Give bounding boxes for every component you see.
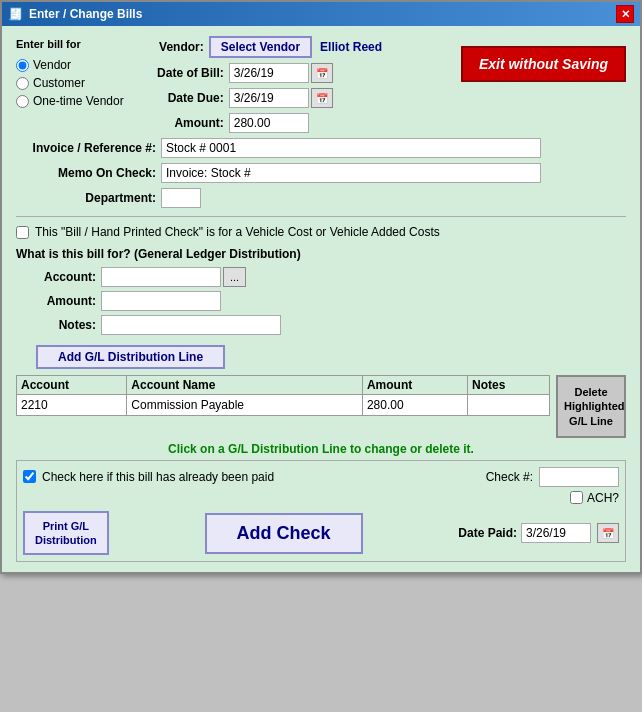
enter-bill-for-label: Enter bill for — [16, 38, 124, 50]
top-section: Enter bill for Vendor Customer One-time … — [16, 36, 626, 138]
paid-section: Check here if this bill has already been… — [16, 460, 626, 563]
delete-gl-button[interactable]: DeleteHighlightedG/L Line — [556, 375, 626, 438]
vehicle-cost-checkbox[interactable] — [16, 226, 29, 239]
date-of-bill-calendar[interactable]: 📅 — [311, 63, 333, 83]
radio-vendor[interactable]: Vendor — [16, 58, 124, 72]
gl-table: Account Account Name Amount Notes 2210Co… — [16, 375, 550, 416]
paid-checkbox[interactable] — [23, 470, 36, 483]
gl-col-account: Account — [17, 376, 127, 395]
select-vendor-button[interactable]: Select Vendor — [209, 36, 312, 58]
ach-checkbox[interactable] — [570, 491, 583, 504]
radio-vendor-input[interactable] — [16, 59, 29, 72]
gl-notes-label: Notes: — [36, 318, 96, 332]
date-due-row: Date Due: 📅 — [134, 88, 451, 108]
radio-one-time-input[interactable] — [16, 95, 29, 108]
amount-row: Amount: — [134, 113, 451, 133]
date-paid-label: Date Paid: — [458, 526, 517, 540]
radio-one-time[interactable]: One-time Vendor — [16, 94, 124, 108]
department-label: Department: — [16, 191, 156, 205]
radio-group: Enter bill for Vendor Customer One-time … — [16, 38, 124, 138]
date-paid-input[interactable] — [521, 523, 591, 543]
date-due-calendar[interactable]: 📅 — [311, 88, 333, 108]
gl-amount-label: Amount: — [36, 294, 96, 308]
amount-label: Amount: — [134, 116, 224, 130]
amount-input[interactable] — [229, 113, 309, 133]
vehicle-cost-row: This "Bill / Hand Printed Check" is for … — [16, 225, 626, 239]
radio-customer[interactable]: Customer — [16, 76, 124, 90]
invoice-input[interactable] — [161, 138, 541, 158]
check-hash-label: Check #: — [486, 470, 533, 484]
gl-account-label: Account: — [36, 270, 96, 284]
gl-amount-row: Amount: — [36, 291, 626, 311]
print-gl-button[interactable]: Print G/L Distribution — [23, 511, 109, 556]
main-window: 🧾 Enter / Change Bills ✕ Enter bill for … — [0, 0, 642, 574]
gl-notes-input[interactable] — [101, 315, 281, 335]
add-check-button[interactable]: Add Check — [205, 513, 363, 554]
gl-form: Account: ... Amount: Notes: — [36, 267, 626, 335]
vehicle-cost-label: This "Bill / Hand Printed Check" is for … — [35, 225, 440, 239]
date-due-input[interactable] — [229, 88, 309, 108]
gl-amount-input[interactable] — [101, 291, 221, 311]
gl-notes-row: Notes: — [36, 315, 626, 335]
invoice-row: Invoice / Reference #: — [16, 138, 626, 158]
vendor-row: Vendor: Select Vendor Elliot Reed — [134, 36, 451, 58]
gl-col-notes: Notes — [468, 376, 550, 395]
paid-right: Check #: — [486, 467, 619, 487]
window-icon: 🧾 — [8, 7, 23, 21]
date-of-bill-row: Date of Bill: 📅 — [134, 63, 451, 83]
paid-row: Check here if this bill has already been… — [23, 467, 619, 487]
gl-col-account-name: Account Name — [127, 376, 363, 395]
divider-1 — [16, 216, 626, 217]
exit-without-saving-button[interactable]: Exit without Saving — [461, 46, 626, 82]
title-bar: 🧾 Enter / Change Bills ✕ — [2, 2, 640, 26]
gl-table-container: Account Account Name Amount Notes 2210Co… — [16, 375, 626, 438]
memo-row: Memo On Check: — [16, 163, 626, 183]
date-paid-row: Date Paid: 📅 — [458, 523, 619, 543]
main-content: Enter bill for Vendor Customer One-time … — [2, 26, 640, 572]
ach-label: ACH? — [587, 491, 619, 505]
department-row: Department: — [16, 188, 626, 208]
paid-left: Check here if this bill has already been… — [23, 470, 274, 484]
action-row: Print G/L Distribution Add Check Date Pa… — [23, 511, 619, 556]
date-of-bill-label: Date of Bill: — [134, 66, 224, 80]
memo-label: Memo On Check: — [16, 166, 156, 180]
date-paid-calendar[interactable]: 📅 — [597, 523, 619, 543]
vendor-name: Elliot Reed — [320, 40, 382, 54]
gl-col-amount: Amount — [362, 376, 467, 395]
gl-note: Click on a G/L Distribution Line to chan… — [16, 442, 626, 456]
invoice-label: Invoice / Reference #: — [16, 141, 156, 155]
date-due-label: Date Due: — [134, 91, 224, 105]
gl-account-input[interactable] — [101, 267, 221, 287]
gl-section-title: What is this bill for? (General Ledger D… — [16, 247, 626, 261]
title-bar-left: 🧾 Enter / Change Bills — [8, 7, 142, 21]
close-button[interactable]: ✕ — [616, 5, 634, 23]
vendor-label: Vendor: — [134, 40, 204, 54]
ach-row: ACH? — [570, 491, 619, 505]
check-hash-input[interactable] — [539, 467, 619, 487]
exit-section: Exit without Saving — [461, 36, 626, 138]
department-input[interactable] — [161, 188, 201, 208]
radio-customer-input[interactable] — [16, 77, 29, 90]
browse-button[interactable]: ... — [223, 267, 246, 287]
paid-label: Check here if this bill has already been… — [42, 470, 274, 484]
form-section: Vendor: Select Vendor Elliot Reed Date o… — [134, 36, 451, 138]
gl-account-row: Account: ... — [36, 267, 626, 287]
memo-input[interactable] — [161, 163, 541, 183]
table-row[interactable]: 2210Commission Payable280.00 — [17, 395, 550, 416]
date-of-bill-input[interactable] — [229, 63, 309, 83]
add-gl-button[interactable]: Add G/L Distribution Line — [36, 345, 225, 369]
window-title: Enter / Change Bills — [29, 7, 142, 21]
